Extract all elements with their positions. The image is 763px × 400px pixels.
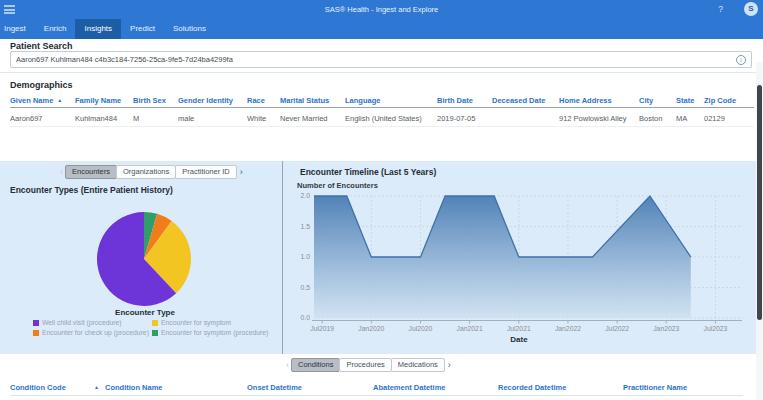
page-scrollbar-thumb[interactable]	[757, 85, 762, 320]
column-header-label: City	[639, 96, 653, 105]
column-header-condition-code[interactable]: Condition Code▲	[10, 383, 105, 392]
column-header-race[interactable]: Race	[247, 96, 280, 105]
timeline-area-fill	[314, 196, 691, 318]
column-header-label: Condition Code	[10, 383, 66, 392]
column-header-family-name[interactable]: Family Name	[75, 96, 133, 105]
table-cell-city: Boston	[639, 114, 676, 123]
encounter-types-pie[interactable]	[96, 211, 192, 307]
legend-label: Encounter for check up (procedure)	[42, 329, 149, 336]
column-header-state[interactable]: State	[676, 96, 704, 105]
patient-search-input[interactable]	[11, 55, 736, 64]
demographics-header-row: Given Name▲Family NameBirth SexGender Id…	[10, 96, 754, 108]
column-header-label: Race	[247, 96, 265, 105]
column-header-label: Deceased Date	[492, 96, 545, 105]
x-tick-label: Jan2022	[555, 325, 581, 332]
column-header-label: Language	[345, 96, 380, 105]
column-header-onset-datetime[interactable]: Onset Datetime	[247, 383, 373, 392]
patient-search-label: Patient Search	[10, 41, 73, 51]
conditions-header-row: Condition Code▲Condition NameOnset Datet…	[10, 383, 743, 396]
nav-item-enrich[interactable]: Enrich	[35, 19, 76, 39]
legend-swatch-icon	[33, 320, 39, 326]
help-icon[interactable]: ?	[718, 0, 723, 19]
column-header-city[interactable]: City	[639, 96, 676, 105]
column-header-birth-date[interactable]: Birth Date	[437, 96, 492, 105]
column-header-label: Marital Status	[280, 96, 329, 105]
column-header-label: Family Name	[75, 96, 121, 105]
timeline-x-axis-title: Date	[288, 335, 750, 344]
nav-item-predict[interactable]: Predict	[121, 19, 164, 39]
demographics-title: Demographics	[10, 80, 73, 90]
x-tick-label: Jul2021	[507, 325, 531, 332]
nav-item-ingest[interactable]: Ingest	[0, 19, 35, 39]
panel-divider	[282, 161, 283, 354]
table-cell-birth-date: 2019-07-05	[437, 114, 492, 123]
app-title: SAS® Health - Ingest and Explore	[0, 0, 763, 19]
legend-swatch-icon	[33, 330, 39, 336]
detail-tab-conditions[interactable]: Conditions	[291, 358, 340, 372]
column-header-label: Gender Identity	[178, 96, 233, 105]
legend-item-encounter-for-symptom: Encounter for symptom	[152, 319, 268, 326]
column-header-practitioner-name[interactable]: Practitioner Name	[623, 383, 743, 392]
column-header-deceased-date[interactable]: Deceased Date	[492, 96, 559, 105]
column-header-label: Abatement Datetime	[373, 383, 446, 392]
legend-label: Encounter for symptom	[161, 319, 231, 326]
encounter-tabstrip: ‹EncountersOrganizationsPractitioner ID›	[57, 165, 246, 179]
encounter-tab-organizations[interactable]: Organizations	[116, 165, 176, 179]
encounter-tab-encounters[interactable]: Encounters	[65, 165, 117, 179]
detail-tab-medications[interactable]: Medications	[391, 358, 445, 372]
detail-next-icon[interactable]: ›	[445, 359, 454, 372]
legend-label: Well child visit (procedure)	[42, 319, 122, 326]
user-avatar[interactable]: S	[744, 2, 758, 16]
encounters-section: ‹EncountersOrganizationsPractitioner ID›…	[0, 161, 756, 354]
sort-ascending-icon: ▲	[94, 385, 99, 390]
nav-item-solutions[interactable]: Solutions	[164, 19, 215, 39]
x-tick-label: Jan2020	[358, 325, 384, 332]
legend-item-well-child-visit-procedure: Well child visit (procedure)	[33, 319, 152, 326]
x-tick-label: Jan2021	[457, 325, 483, 332]
app-window: SAS® Health - Ingest and Explore ? S Ing…	[0, 0, 763, 400]
column-header-label: Onset Datetime	[247, 383, 302, 392]
table-cell-zip-code: 02129	[704, 114, 754, 123]
column-header-label: Condition Name	[105, 383, 163, 392]
timeline-y-axis-title: Number of Encounters	[297, 181, 378, 190]
column-header-recorded-datetime[interactable]: Recorded Datetime	[498, 383, 623, 392]
table-cell-family-name: Kuhlman484	[75, 114, 133, 123]
info-icon[interactable]: i	[736, 55, 746, 65]
encounter-tab-practitioner-id[interactable]: Practitioner ID	[175, 165, 237, 179]
patient-search-box: i	[10, 51, 752, 68]
column-header-condition-name[interactable]: Condition Name	[105, 383, 247, 392]
column-header-birth-sex[interactable]: Birth Sex	[133, 96, 178, 105]
pie-legend: Well child visit (procedure)Encounter fo…	[33, 319, 268, 336]
encounter-next-icon[interactable]: ›	[237, 166, 246, 179]
column-header-zip-code[interactable]: Zip Code	[704, 96, 754, 105]
column-header-gender-identity[interactable]: Gender Identity	[178, 96, 247, 105]
column-header-marital-status[interactable]: Marital Status	[280, 96, 345, 105]
legend-item-encounter-for-symptom-procedure: Encounter for symptom (procedure)	[152, 329, 268, 336]
top-app-bar: SAS® Health - Ingest and Explore ? S	[0, 0, 763, 19]
demographics-data-row: Aaron697Kuhlman484MmaleWhiteNever Marrie…	[10, 112, 754, 127]
nav-item-insights[interactable]: Insights	[75, 19, 121, 39]
pie-chart-title: Encounter Types (Entire Patient History)	[10, 185, 173, 195]
table-cell-birth-sex: M	[133, 114, 178, 123]
encounter-timeline-chart[interactable]: Jul2019Jan2020Jul2020Jan2021Jul2021Jan20…	[288, 190, 750, 342]
column-header-home-address[interactable]: Home Address	[559, 96, 639, 105]
table-cell-race: White	[247, 114, 280, 123]
legend-item-encounter-for-check-up-procedure: Encounter for check up (procedure)	[33, 329, 152, 336]
column-header-label: Birth Date	[437, 96, 473, 105]
x-tick-label: Jul2020	[409, 325, 433, 332]
column-header-label: Practitioner Name	[623, 383, 687, 392]
conditions-section: ‹ConditionsProceduresMedications› Condit…	[0, 354, 756, 400]
legend-swatch-icon	[152, 330, 158, 336]
column-header-abatement-datetime[interactable]: Abatement Datetime	[373, 383, 498, 392]
column-header-label: Given Name	[10, 96, 53, 105]
y-tick-label: 0.0	[301, 314, 311, 321]
y-tick-label: 2.0	[301, 192, 311, 199]
table-cell-deceased-date	[492, 114, 559, 123]
column-header-language[interactable]: Language	[345, 96, 437, 105]
column-header-given-name[interactable]: Given Name▲	[10, 96, 75, 105]
table-cell-language: English (United States)	[345, 114, 437, 123]
x-tick-label: Jul2022	[605, 325, 629, 332]
detail-tab-procedures[interactable]: Procedures	[339, 358, 391, 372]
table-cell-given-name: Aaron697	[10, 114, 75, 123]
legend-swatch-icon	[152, 320, 158, 326]
